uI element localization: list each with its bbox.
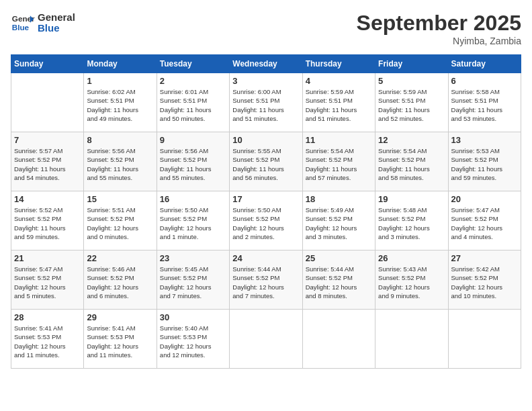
day-number: 1 xyxy=(87,76,153,86)
table-row: 29Sunrise: 5:41 AM Sunset: 5:53 PM Dayli… xyxy=(84,310,157,369)
table-row: 8Sunrise: 5:56 AM Sunset: 5:52 PM Daylig… xyxy=(84,132,157,191)
table-row: 15Sunrise: 5:51 AM Sunset: 5:52 PM Dayli… xyxy=(84,191,157,250)
day-info: Sunrise: 5:52 AM Sunset: 5:52 PM Dayligh… xyxy=(14,205,81,241)
day-number: 30 xyxy=(160,312,226,322)
table-row xyxy=(448,310,521,369)
day-info: Sunrise: 5:46 AM Sunset: 5:52 PM Dayligh… xyxy=(87,265,153,300)
header-saturday: Saturday xyxy=(448,55,521,73)
calendar-header-row: Sunday Monday Tuesday Wednesday Thursday… xyxy=(11,55,521,73)
table-row: 23Sunrise: 5:45 AM Sunset: 5:52 PM Dayli… xyxy=(157,250,229,310)
svg-text:Blue: Blue xyxy=(12,23,30,32)
day-number: 16 xyxy=(160,194,226,204)
header-sunday: Sunday xyxy=(11,55,84,73)
day-info: Sunrise: 5:50 AM Sunset: 5:52 PM Dayligh… xyxy=(232,205,299,241)
day-number: 18 xyxy=(306,194,372,204)
table-row: 7Sunrise: 5:57 AM Sunset: 5:52 PM Daylig… xyxy=(11,132,84,191)
day-number: 23 xyxy=(160,253,226,263)
location-subtitle: Nyimba, Zambia xyxy=(357,36,521,46)
table-row: 24Sunrise: 5:44 AM Sunset: 5:52 PM Dayli… xyxy=(230,250,302,310)
day-number: 20 xyxy=(451,194,518,204)
logo: General Blue General Blue xyxy=(11,11,75,35)
table-row: 14Sunrise: 5:52 AM Sunset: 5:52 PM Dayli… xyxy=(11,191,84,250)
table-row: 13Sunrise: 5:53 AM Sunset: 5:52 PM Dayli… xyxy=(448,132,521,191)
day-info: Sunrise: 5:58 AM Sunset: 5:51 PM Dayligh… xyxy=(451,87,518,123)
day-number: 24 xyxy=(232,253,299,263)
day-number: 10 xyxy=(232,135,299,145)
day-number: 5 xyxy=(378,76,445,86)
header-tuesday: Tuesday xyxy=(157,55,229,73)
table-row: 12Sunrise: 5:54 AM Sunset: 5:52 PM Dayli… xyxy=(375,132,448,191)
table-row: 3Sunrise: 6:00 AM Sunset: 5:51 PM Daylig… xyxy=(230,73,302,132)
header-monday: Monday xyxy=(84,55,157,73)
day-number: 2 xyxy=(160,76,226,86)
day-number: 3 xyxy=(232,76,299,86)
day-number: 11 xyxy=(306,135,372,145)
day-info: Sunrise: 5:56 AM Sunset: 5:52 PM Dayligh… xyxy=(87,146,153,182)
day-number: 15 xyxy=(87,194,153,204)
day-info: Sunrise: 5:49 AM Sunset: 5:52 PM Dayligh… xyxy=(306,205,372,241)
table-row: 20Sunrise: 5:47 AM Sunset: 5:52 PM Dayli… xyxy=(448,191,521,250)
day-info: Sunrise: 5:40 AM Sunset: 5:53 PM Dayligh… xyxy=(160,324,226,359)
table-row xyxy=(11,73,84,132)
table-row: 10Sunrise: 5:55 AM Sunset: 5:52 PM Dayli… xyxy=(230,132,302,191)
table-row xyxy=(375,310,448,369)
logo-text-blue: Blue xyxy=(38,23,75,34)
table-row: 27Sunrise: 5:42 AM Sunset: 5:52 PM Dayli… xyxy=(448,250,521,310)
logo-icon: General Blue xyxy=(11,11,35,35)
table-row: 22Sunrise: 5:46 AM Sunset: 5:52 PM Dayli… xyxy=(84,250,157,310)
day-info: Sunrise: 5:59 AM Sunset: 5:51 PM Dayligh… xyxy=(378,87,445,123)
logo-text-general: General xyxy=(38,12,75,24)
day-info: Sunrise: 5:55 AM Sunset: 5:52 PM Dayligh… xyxy=(232,146,299,182)
table-row: 17Sunrise: 5:50 AM Sunset: 5:52 PM Dayli… xyxy=(230,191,302,250)
day-number: 7 xyxy=(14,135,81,145)
table-row: 26Sunrise: 5:43 AM Sunset: 5:52 PM Dayli… xyxy=(375,250,448,310)
table-row: 30Sunrise: 5:40 AM Sunset: 5:53 PM Dayli… xyxy=(157,310,229,369)
day-number: 9 xyxy=(160,135,226,145)
month-title: September 2025 xyxy=(357,11,521,36)
day-number: 12 xyxy=(378,135,445,145)
day-info: Sunrise: 5:54 AM Sunset: 5:52 PM Dayligh… xyxy=(378,146,445,182)
day-number: 26 xyxy=(378,253,445,263)
header-thursday: Thursday xyxy=(302,55,375,73)
day-info: Sunrise: 5:47 AM Sunset: 5:52 PM Dayligh… xyxy=(451,205,518,241)
day-number: 8 xyxy=(87,135,153,145)
table-row: 5Sunrise: 5:59 AM Sunset: 5:51 PM Daylig… xyxy=(375,73,448,132)
week-row-3: 14Sunrise: 5:52 AM Sunset: 5:52 PM Dayli… xyxy=(11,191,521,250)
header-wednesday: Wednesday xyxy=(230,55,302,73)
day-info: Sunrise: 5:42 AM Sunset: 5:52 PM Dayligh… xyxy=(451,265,518,300)
table-row xyxy=(302,310,375,369)
day-number: 13 xyxy=(451,135,518,145)
day-info: Sunrise: 6:00 AM Sunset: 5:51 PM Dayligh… xyxy=(232,87,299,123)
table-row: 4Sunrise: 5:59 AM Sunset: 5:51 PM Daylig… xyxy=(302,73,375,132)
day-info: Sunrise: 6:01 AM Sunset: 5:51 PM Dayligh… xyxy=(160,87,226,123)
day-info: Sunrise: 5:56 AM Sunset: 5:52 PM Dayligh… xyxy=(160,146,226,182)
day-number: 29 xyxy=(87,312,153,322)
day-info: Sunrise: 6:02 AM Sunset: 5:51 PM Dayligh… xyxy=(87,87,153,123)
day-number: 25 xyxy=(306,253,372,263)
table-row: 6Sunrise: 5:58 AM Sunset: 5:51 PM Daylig… xyxy=(448,73,521,132)
day-info: Sunrise: 5:44 AM Sunset: 5:52 PM Dayligh… xyxy=(306,265,372,300)
table-row xyxy=(230,310,302,369)
table-row: 21Sunrise: 5:47 AM Sunset: 5:52 PM Dayli… xyxy=(11,250,84,310)
table-row: 28Sunrise: 5:41 AM Sunset: 5:53 PM Dayli… xyxy=(11,310,84,369)
day-info: Sunrise: 5:51 AM Sunset: 5:52 PM Dayligh… xyxy=(87,205,153,241)
day-info: Sunrise: 5:47 AM Sunset: 5:52 PM Dayligh… xyxy=(14,265,81,300)
table-row: 1Sunrise: 6:02 AM Sunset: 5:51 PM Daylig… xyxy=(84,73,157,132)
calendar-table: Sunday Monday Tuesday Wednesday Thursday… xyxy=(11,54,521,369)
title-block: September 2025 Nyimba, Zambia xyxy=(357,11,521,46)
day-info: Sunrise: 5:50 AM Sunset: 5:52 PM Dayligh… xyxy=(160,205,226,241)
day-info: Sunrise: 5:53 AM Sunset: 5:52 PM Dayligh… xyxy=(451,146,518,182)
week-row-5: 28Sunrise: 5:41 AM Sunset: 5:53 PM Dayli… xyxy=(11,310,521,369)
table-row: 19Sunrise: 5:48 AM Sunset: 5:52 PM Dayli… xyxy=(375,191,448,250)
week-row-1: 1Sunrise: 6:02 AM Sunset: 5:51 PM Daylig… xyxy=(11,73,521,132)
table-row: 18Sunrise: 5:49 AM Sunset: 5:52 PM Dayli… xyxy=(302,191,375,250)
table-row: 2Sunrise: 6:01 AM Sunset: 5:51 PM Daylig… xyxy=(157,73,229,132)
day-number: 6 xyxy=(451,76,518,86)
day-info: Sunrise: 5:41 AM Sunset: 5:53 PM Dayligh… xyxy=(87,324,153,359)
page-header: General Blue General Blue September 2025… xyxy=(11,11,521,46)
day-number: 4 xyxy=(306,76,372,86)
day-number: 17 xyxy=(232,194,299,204)
day-info: Sunrise: 5:43 AM Sunset: 5:52 PM Dayligh… xyxy=(378,265,445,300)
table-row: 25Sunrise: 5:44 AM Sunset: 5:52 PM Dayli… xyxy=(302,250,375,310)
day-number: 21 xyxy=(14,253,81,263)
